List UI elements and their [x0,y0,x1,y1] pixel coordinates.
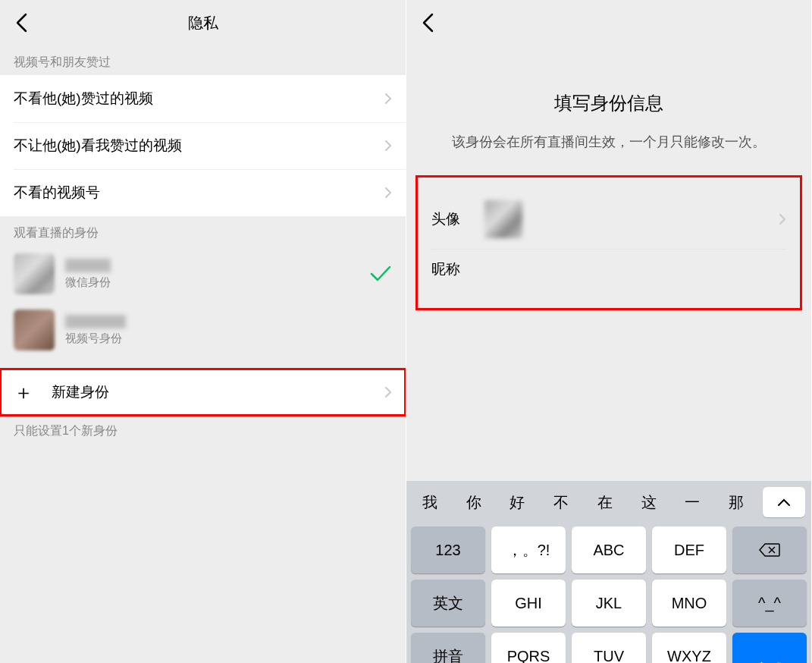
suggestion[interactable]: 那 [714,492,758,513]
chevron-right-icon [779,213,786,225]
avatar [14,253,55,294]
avatar-preview [484,200,522,238]
key-123[interactable]: 123 [411,526,485,573]
footer-note: 只能设置1个新身份 [0,416,406,447]
chevron-right-icon [384,93,392,105]
key-tuv[interactable]: TUV [572,633,646,663]
chevron-right-icon [384,386,392,398]
row-hide-their-likes[interactable]: 不看他(她)赞过的视频 [0,75,406,122]
suggestion[interactable]: 我 [408,492,452,513]
key-english[interactable]: 英文 [411,580,485,627]
navbar: 隐私 [0,0,406,46]
chevron-left-icon [422,13,434,33]
key-pinyin[interactable]: 拼音 [411,633,485,663]
key-ghi[interactable]: GHI [491,580,566,627]
key-def[interactable]: DEF [652,526,726,573]
back-button[interactable] [412,8,443,38]
identity-name-blurred [65,259,111,272]
chevron-right-icon [384,187,392,199]
row-blocked-channels[interactable]: 不看的视频号 [0,169,406,216]
row-hide-my-likes[interactable]: 不让他(她)看我赞过的视频 [0,122,406,169]
privacy-screen: 隐私 视频号和朋友赞过 不看他(她)赞过的视频 不让他(她)看我赞过的视频 不看… [0,0,406,663]
key-pqrs[interactable]: PQRS [491,633,566,663]
identity-name-blurred [65,315,126,328]
key-emoji[interactable]: ^_^ [732,580,807,627]
suggestion-bar: 我 你 好 不 在 这 一 那 [406,481,811,523]
chevron-right-icon [384,140,392,152]
form-title: 填写身份信息 [406,91,811,115]
key-abc[interactable]: ABC [572,526,646,573]
section-header-identity: 观看直播的身份 [0,216,406,246]
identity-channels[interactable]: 视频号身份 [0,302,406,358]
suggestion[interactable]: 不 [539,492,583,513]
expand-suggestions[interactable] [763,487,805,517]
avatar [14,310,55,350]
navbar [406,0,811,46]
key-wxyz[interactable]: WXYZ [652,633,726,663]
suggestion[interactable]: 在 [583,492,627,513]
new-identity-button[interactable]: ＋ 新建身份 [0,369,406,416]
back-button[interactable] [6,8,36,38]
form-subtitle: 该身份会在所有直播间生效，一个月只能修改一次。 [406,115,811,175]
key-done[interactable]: 完成 [732,633,807,663]
chevron-up-icon [777,498,791,507]
backspace-icon [759,542,780,558]
suggestion[interactable]: 好 [496,492,540,513]
identity-wechat[interactable]: 微信身份 [0,246,406,302]
identity-form-group: 头像 昵称 [415,175,802,310]
section-header-video: 视频号和朋友赞过 [0,46,406,75]
page-title: 隐私 [0,13,406,33]
key-grid: 123 ，。?! ABC DEF 英文 GHI JKL MNO ^_^ 拼音 P… [406,523,811,663]
checkmark-icon [369,265,392,283]
video-settings-list: 不看他(她)赞过的视频 不让他(她)看我赞过的视频 不看的视频号 [0,75,406,216]
identity-form-screen: 填写身份信息 该身份会在所有直播间生效，一个月只能修改一次。 头像 昵称 我 你… [406,0,811,663]
key-jkl[interactable]: JKL [572,580,646,627]
key-mno[interactable]: MNO [652,580,726,627]
chevron-left-icon [15,13,27,33]
plus-icon: ＋ [14,382,33,402]
suggestion[interactable]: 你 [452,492,496,513]
keyboard: 我 你 好 不 在 这 一 那 123 ，。?! ABC DEF 英文 GHI … [406,481,811,663]
key-backspace[interactable] [732,526,807,573]
key-punct[interactable]: ，。?! [491,526,566,573]
suggestion[interactable]: 一 [671,492,715,513]
nickname-row[interactable]: 昵称 [418,249,800,290]
avatar-row[interactable]: 头像 [418,190,800,249]
suggestion[interactable]: 这 [627,492,671,513]
